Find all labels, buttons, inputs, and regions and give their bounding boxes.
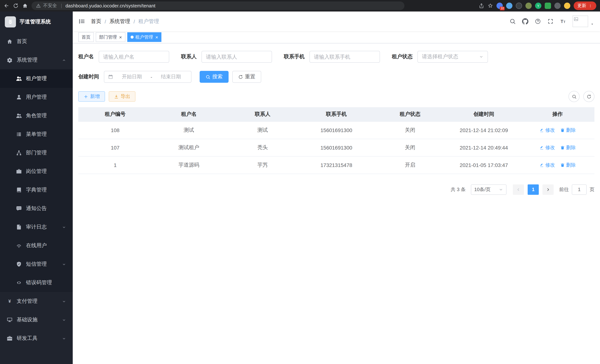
tab-label: 部门管理 xyxy=(99,34,117,40)
help-icon[interactable] xyxy=(535,18,541,25)
extension-icon-4[interactable] xyxy=(525,3,532,9)
sidebar-item-post[interactable]: 岗位管理 xyxy=(0,162,73,181)
browser-back-icon[interactable] xyxy=(4,3,9,9)
sidebar-item-system[interactable]: 系统管理 xyxy=(0,51,73,69)
extension-icon-5[interactable]: Y xyxy=(535,3,541,9)
cell-id: 1 xyxy=(78,156,152,174)
sidebar-item-home[interactable]: 首页 xyxy=(0,32,73,51)
cell-status: 关闭 xyxy=(373,121,447,139)
start-date-placeholder: 开始日期 xyxy=(115,74,149,80)
bookmark-star-icon[interactable] xyxy=(488,3,493,9)
tenant-name-input[interactable] xyxy=(99,51,169,63)
sidebar-menu: 首页系统管理租户管理用户管理角色管理菜单管理部门管理岗位管理字典管理通知公告审计… xyxy=(0,32,73,364)
address-bar[interactable]: 不安全 dashboard.yudao.iocoder.cn/system/te… xyxy=(32,1,404,10)
extension-icon-6[interactable] xyxy=(545,3,551,9)
next-page-button[interactable] xyxy=(543,184,554,195)
sidebar-item-menu[interactable]: 菜单管理 xyxy=(0,125,73,144)
header-search-icon[interactable] xyxy=(509,18,516,25)
page-size-value: 10条/页 xyxy=(474,186,490,193)
sidebar-item-dict[interactable]: 字典管理 xyxy=(0,181,73,199)
sidebar-item-sms[interactable]: 短信管理 xyxy=(0,255,73,273)
extension-puzzle-icon[interactable] xyxy=(554,3,561,9)
browser-refresh-icon[interactable] xyxy=(13,3,19,9)
goto-label: 前往 xyxy=(559,186,569,193)
sidebar-item-tenant[interactable]: 租户管理 xyxy=(0,69,73,88)
sidebar-item-infra[interactable]: 基础设施 xyxy=(0,311,73,329)
github-icon[interactable] xyxy=(522,18,528,25)
browser-menu-icon[interactable] xyxy=(588,3,593,8)
contact-input[interactable] xyxy=(201,51,272,63)
cell-name: 测试租户 xyxy=(152,139,225,156)
export-button[interactable]: 导出 xyxy=(109,91,135,102)
breadcrumb-item[interactable]: 系统管理 xyxy=(110,18,130,25)
sidebar-item-user[interactable]: 用户管理 xyxy=(0,88,73,106)
app-logo-row[interactable]: 芋道管理系统 xyxy=(0,11,73,32)
breadcrumb-item[interactable]: 首页 xyxy=(91,18,101,25)
fullscreen-icon[interactable] xyxy=(547,18,554,25)
delete-link[interactable]: 删除 xyxy=(560,127,576,133)
profile-avatar-icon[interactable] xyxy=(564,3,570,9)
close-tab-icon[interactable]: × xyxy=(119,35,122,39)
prev-page-button[interactable] xyxy=(513,184,524,195)
sidebar-item-online-user[interactable]: 在线用户 xyxy=(0,236,73,255)
edit-link[interactable]: 修改 xyxy=(539,162,555,168)
omnibox-divider xyxy=(61,3,61,8)
delete-link[interactable]: 删除 xyxy=(560,162,576,168)
column-header: 联系手机 xyxy=(300,107,373,121)
tab-tenant[interactable]: 租户管理× xyxy=(127,32,161,42)
toggle-search-button[interactable] xyxy=(568,91,580,102)
sidebar-item-label: 基础设施 xyxy=(17,317,38,323)
delete-link[interactable]: 删除 xyxy=(560,144,576,151)
phone-input[interactable] xyxy=(309,51,380,63)
sidebar-item-dept[interactable]: 部门管理 xyxy=(0,144,73,162)
add-button[interactable]: 新增 xyxy=(78,91,105,102)
page-number-1[interactable]: 1 xyxy=(528,184,539,195)
sidebar-item-notice[interactable]: 通知公告 xyxy=(0,199,73,218)
tenant-table: 租户编号租户名联系人联系手机租户状态创建时间操作 108测试测试15601691… xyxy=(78,107,594,174)
cell-phone: 17321315478 xyxy=(300,156,373,174)
edit-icon xyxy=(539,128,544,132)
book-icon xyxy=(16,187,22,193)
page-size-select[interactable]: 10条/页 xyxy=(471,184,506,195)
browser-update-button[interactable]: 更新 xyxy=(574,1,596,10)
goto-page-input[interactable] xyxy=(572,184,587,195)
extension-icon-2[interactable] xyxy=(506,3,512,9)
sidebar-item-error-code[interactable]: 错误码管理 xyxy=(0,273,73,292)
app-logo xyxy=(5,16,16,28)
svg-text:¥: ¥ xyxy=(8,299,11,304)
sidebar-item-pay[interactable]: ¥支付管理 xyxy=(0,292,73,311)
tree-icon xyxy=(16,150,22,156)
close-tab-icon[interactable]: × xyxy=(155,35,158,39)
collapse-sidebar-icon[interactable] xyxy=(78,18,85,25)
search-button[interactable]: 搜索 xyxy=(200,71,229,83)
edit-link[interactable]: 修改 xyxy=(539,144,555,151)
edit-label: 修改 xyxy=(545,162,555,168)
extension-icon-1[interactable]: 10 xyxy=(497,3,503,9)
browser-home-icon[interactable] xyxy=(22,3,28,9)
sidebar-item-audit-log[interactable]: 审计日志 xyxy=(0,218,73,236)
avatar-broken-image xyxy=(572,16,588,27)
tab-home[interactable]: 首页 xyxy=(78,32,94,42)
edit-link[interactable]: 修改 xyxy=(539,127,555,133)
sidebar-item-role[interactable]: 角色管理 xyxy=(0,106,73,125)
not-secure-label: 不安全 xyxy=(43,3,57,9)
share-icon[interactable] xyxy=(479,3,484,9)
caret-down-icon xyxy=(590,22,594,26)
refresh-table-button[interactable] xyxy=(583,91,594,102)
create-time-range-picker[interactable]: 开始日期 - 结束日期 xyxy=(104,71,191,83)
filter-row-1: 租户名 联系人 联系手机 租户状态 请选择租户状态 xyxy=(78,51,594,63)
chevron-right-icon xyxy=(546,187,550,192)
tab-dept[interactable]: 部门管理× xyxy=(96,32,125,42)
sidebar-item-dev-tools[interactable]: 研发工具 xyxy=(0,329,73,348)
extension-icon-3[interactable] xyxy=(516,3,522,9)
cell-name: 芋道源码 xyxy=(152,156,225,174)
user-avatar-menu[interactable] xyxy=(572,16,594,27)
tenant-status-select[interactable]: 请选择租户状态 xyxy=(417,51,488,63)
reset-button[interactable]: 重置 xyxy=(232,71,261,83)
breadcrumb-separator: / xyxy=(105,18,106,24)
download-icon xyxy=(114,94,119,99)
font-size-icon[interactable]: TT xyxy=(560,18,566,25)
calendar-icon xyxy=(108,74,113,79)
chevron-down-icon xyxy=(499,187,503,192)
yen-icon: ¥ xyxy=(7,298,13,304)
